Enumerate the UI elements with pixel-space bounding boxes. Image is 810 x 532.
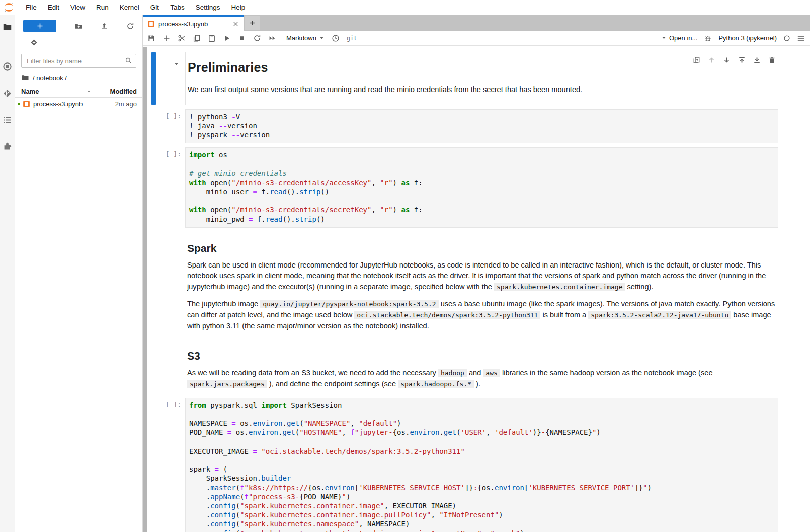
code-line (189, 456, 774, 465)
token-text: f: (410, 179, 422, 187)
column-header-name[interactable]: Name (15, 87, 96, 95)
extension-manager-icon[interactable] (3, 142, 12, 151)
menu-item-git[interactable]: Git (145, 1, 165, 14)
menu-item-view[interactable]: View (65, 1, 91, 14)
notebook-file-icon (23, 100, 30, 108)
upload-icon[interactable] (100, 22, 108, 30)
menu-item-run[interactable]: Run (91, 1, 114, 14)
heading-collapse-icon[interactable] (173, 61, 180, 67)
token-text: . (189, 502, 210, 510)
text-run: libraries in the same hadoop version as … (500, 369, 713, 377)
open-in-dropdown[interactable]: Open in... (661, 34, 697, 42)
markdown-paragraph: Spark can be used in client mode (recomm… (187, 260, 778, 293)
restart-icon[interactable] (253, 34, 261, 42)
inline-code: oci.stackable.tech/demos/spark:3.5.2-pyt… (354, 311, 540, 319)
tab-process-s3[interactable]: process-s3.ipynb (143, 15, 244, 31)
tab-close-icon[interactable] (232, 21, 239, 27)
token-property: get (287, 419, 299, 427)
toolbar-menu-icon[interactable] (797, 34, 805, 42)
debugger-icon[interactable] (704, 34, 712, 42)
new-launcher-button[interactable] (23, 20, 56, 32)
token-text: ) (647, 484, 651, 492)
token-text: (). (287, 188, 299, 196)
insert-above-icon[interactable] (738, 56, 746, 64)
menu-item-settings[interactable]: Settings (190, 1, 226, 14)
new-folder-icon[interactable] (74, 22, 83, 30)
token-text: [ (355, 484, 359, 492)
move-down-icon[interactable] (723, 56, 731, 64)
duplicate-icon[interactable] (693, 56, 700, 64)
menu-items: FileEditViewRunKernelGitTabsSettingsHelp (20, 1, 251, 14)
notebook-scrollbar[interactable] (143, 46, 147, 532)
menu-item-help[interactable]: Help (225, 1, 251, 14)
token-string: "spark.kubernetes.container.image.pullPo… (240, 511, 431, 519)
notebook-cell-markdown[interactable]: SparkSpark can be used in client mode (r… (151, 232, 810, 336)
scrollbar-thumb[interactable] (143, 47, 147, 532)
code-line: .master(f"k8s://https://{os.environ['KUB… (189, 483, 774, 492)
token-text: , EXECUTOR_IMAGE) (384, 502, 456, 510)
menu-item-tabs[interactable]: Tabs (165, 1, 190, 14)
notebook-cell-markdown[interactable]: S3As we will be reading data from an S3 … (151, 339, 810, 393)
notebook-cell-markdown[interactable]: PreliminariesWe can first output some ve… (151, 52, 810, 105)
new-tab-button[interactable] (245, 16, 260, 30)
code-editor[interactable]: import os # get minio credentialswith op… (185, 147, 778, 228)
cell-type-dropdown[interactable]: Markdown (286, 34, 325, 42)
cell-collapser[interactable] (151, 52, 156, 105)
cell-collapser[interactable] (151, 339, 156, 393)
filter-files-input[interactable] (21, 54, 136, 68)
column-header-modified[interactable]: Modified (96, 87, 142, 95)
token-text: ) (346, 493, 350, 501)
menu-item-file[interactable]: File (20, 1, 42, 14)
notebook-cell-code[interactable]: [ ]:! python3 -V! java --version! pyspar… (151, 109, 810, 144)
insert-below-icon[interactable] (753, 56, 761, 64)
refresh-icon[interactable] (126, 22, 134, 30)
token-property: read (270, 188, 287, 196)
token-string: "IfNotPresent" (439, 511, 499, 519)
token-text: {POD_NAME} (299, 493, 342, 501)
git-clone-icon[interactable] (30, 38, 38, 47)
plus-icon[interactable] (163, 34, 171, 42)
cut-icon[interactable] (178, 34, 186, 42)
cell-collapser[interactable] (151, 398, 156, 532)
menu-item-edit[interactable]: Edit (42, 1, 65, 14)
code-editor[interactable]: from pyspark.sql import SparkSession NAM… (185, 398, 778, 532)
notebook-cell-code[interactable]: [ ]:import os # get minio credentialswit… (151, 147, 810, 228)
token-text: . (439, 428, 443, 436)
token-text: ! pyspark (189, 131, 231, 139)
token-property: builder (261, 474, 291, 482)
token-text: . (189, 484, 210, 492)
save-icon[interactable] (147, 34, 155, 42)
token-text: ) (499, 511, 503, 519)
paste-icon[interactable] (208, 34, 216, 42)
run-icon[interactable] (223, 34, 231, 42)
git-panel-icon[interactable] (3, 88, 12, 98)
kernel-status-icon[interactable] (783, 35, 790, 42)
cell-collapser[interactable] (151, 232, 156, 336)
open-in-label: Open in... (669, 34, 697, 42)
menu-item-kernel[interactable]: Kernel (114, 1, 145, 14)
home-folder-icon[interactable] (21, 74, 29, 82)
execution-history-icon[interactable] (332, 34, 340, 42)
text-run: Spark can be used in client mode (recomm… (187, 261, 766, 291)
run-all-icon[interactable] (268, 34, 276, 42)
cell-collapser[interactable] (151, 147, 156, 228)
notebook-cell-code[interactable]: [ ]:from pyspark.sql import SparkSession… (151, 398, 810, 532)
file-browser-icon[interactable] (3, 22, 12, 32)
move-up-icon[interactable] (708, 56, 715, 64)
notebook-panel: process-s3.ipynb Markdown git Open in... (142, 15, 810, 532)
code-line: .config("spark.kubernetes.container.imag… (189, 501, 774, 510)
table-of-contents-icon[interactable] (3, 115, 12, 125)
stop-icon[interactable] (238, 34, 246, 42)
cell-collapser[interactable] (151, 109, 156, 144)
copy-icon[interactable] (193, 34, 201, 42)
running-kernels-icon[interactable] (3, 62, 12, 71)
cell-body: ! python3 -V! java --version! pyspark --… (185, 109, 778, 144)
cell-body: PreliminariesWe can first output some ve… (185, 52, 778, 105)
kernel-name[interactable]: Python 3 (ipykernel) (718, 34, 777, 42)
code-editor[interactable]: ! python3 -V! java --version! pyspark --… (185, 109, 778, 144)
token-text: ) (397, 419, 401, 427)
code-line: POD_NAME = os.environ.get("HOSTNAME", f"… (189, 428, 774, 437)
file-row[interactable]: process-s3.ipynb2m ago (15, 98, 142, 110)
trash-icon[interactable] (768, 56, 776, 64)
token-text: , (342, 428, 351, 436)
